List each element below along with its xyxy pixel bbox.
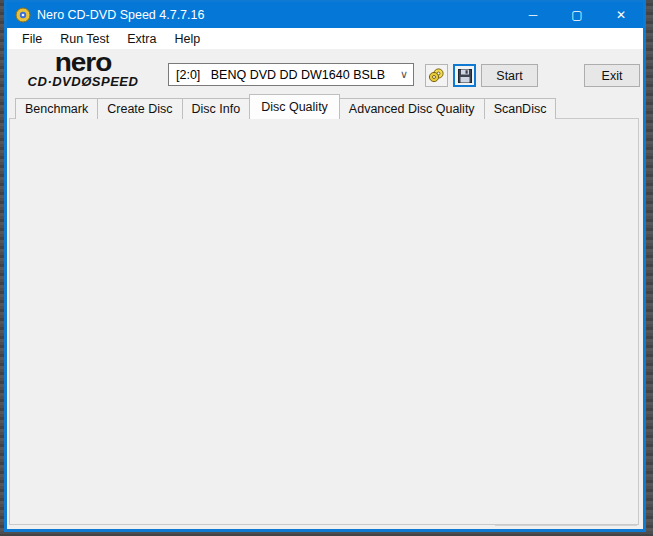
disc-quality-panel [9,118,639,525]
exit-button[interactable]: Exit [584,64,640,87]
title-bar: Nero CD-DVD Speed 4.7.7.16 ─ ▢ ✕ [7,2,643,28]
toolbar: nero CD·DVDØSPEED [2:0] BENQ DVD DD DW16… [7,49,643,95]
nero-logo: nero CD·DVDØSPEED [17,51,149,89]
tab-benchmark[interactable]: Benchmark [15,98,98,119]
drive-select[interactable]: [2:0] BENQ DVD DD DW1640 BSLB ∨ [168,63,414,86]
save-button[interactable] [453,64,476,87]
floppy-disk-icon [458,69,472,83]
tab-scandisc[interactable]: ScanDisc [484,98,557,119]
window-title: Nero CD-DVD Speed 4.7.7.16 [37,8,204,22]
tab-create-disc[interactable]: Create Disc [97,98,182,119]
app-icon [15,7,31,23]
minimize-button[interactable]: ─ [511,2,555,28]
tab-disc-quality[interactable]: Disc Quality [249,94,340,119]
menu-file[interactable]: File [13,30,51,48]
menu-run-test[interactable]: Run Test [51,30,118,48]
eject-disc-button[interactable] [425,64,448,87]
start-button[interactable]: Start [481,64,538,87]
app-window: Nero CD-DVD Speed 4.7.7.16 ─ ▢ ✕ File Ru… [7,2,643,529]
menu-help[interactable]: Help [165,30,209,48]
tab-advanced-disc-quality[interactable]: Advanced Disc Quality [339,98,485,119]
menu-extra[interactable]: Extra [118,30,165,48]
tab-strip: Benchmark Create Disc Disc Info Disc Qua… [15,95,555,119]
menu-bar: File Run Test Extra Help [7,28,643,49]
close-button[interactable]: ✕ [599,2,643,28]
tab-disc-info[interactable]: Disc Info [182,98,251,119]
maximize-button[interactable]: ▢ [555,2,599,28]
disc-stack-icon [428,68,445,83]
chevron-down-icon: ∨ [395,68,413,81]
